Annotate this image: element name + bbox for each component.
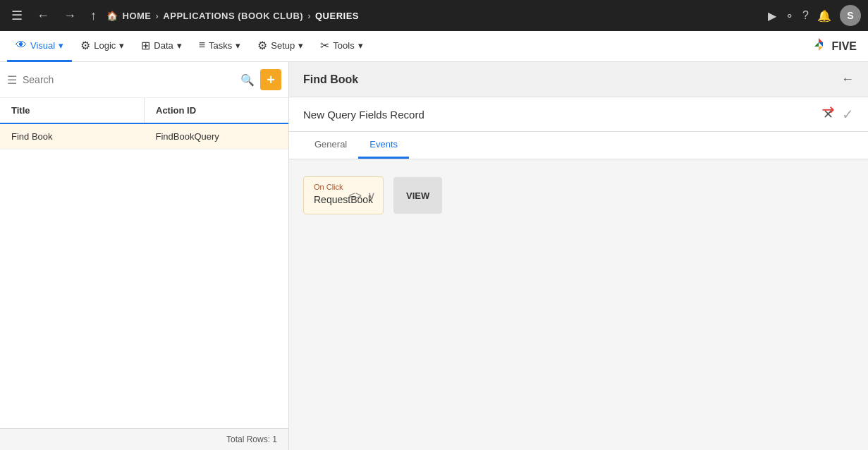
menu-visual-label: Visual: [30, 40, 55, 51]
content-back-button[interactable]: ←: [841, 72, 854, 87]
home-icon[interactable]: 🏠: [106, 11, 118, 21]
menu-item-logic[interactable]: ⚙ Logic ▾: [72, 31, 133, 62]
breadcrumb-sep1: ›: [156, 11, 159, 21]
tab-general[interactable]: General: [303, 132, 358, 159]
menu-data-label: Data: [154, 40, 173, 51]
data-dropdown-icon[interactable]: ▾: [177, 40, 182, 51]
breadcrumb: 🏠 HOME › APPLICATIONS (BOOK CLUB) › QUER…: [106, 11, 762, 21]
sidebar-footer: Total Rows: 1: [0, 428, 288, 450]
visual-dropdown-icon[interactable]: ▾: [59, 40, 63, 51]
tab-events[interactable]: Events: [358, 132, 409, 159]
breadcrumb-app[interactable]: APPLICATIONS (BOOK CLUB): [163, 11, 303, 21]
forward-icon[interactable]: →: [59, 6, 80, 26]
record-header: New Query Fields Record ✕ ✓ ↗: [289, 97, 868, 132]
avatar[interactable]: S: [840, 5, 861, 26]
chevron-down-icon[interactable]: ∨: [367, 189, 376, 202]
record-actions: ✕ ✓ ↗: [823, 106, 854, 123]
back-icon[interactable]: ←: [32, 6, 54, 26]
play-button[interactable]: ▶: [768, 9, 776, 23]
search-input[interactable]: [23, 74, 235, 85]
menu-icon[interactable]: ☰: [7, 5, 27, 26]
sidebar: ☰ 🔍 + Title Action ID Find Book FindBook…: [0, 62, 289, 450]
five-logo-text: FIVE: [831, 40, 857, 53]
table-row[interactable]: Find Book FindBookQuery: [0, 123, 288, 150]
onclick-row: On Click RequestBook <> ∨ VIEW: [303, 176, 854, 214]
menu-item-data[interactable]: ⊞ Data ▾: [133, 31, 190, 62]
up-icon[interactable]: ↑: [86, 6, 101, 26]
row-title: Find Book: [0, 123, 145, 150]
menu-item-setup[interactable]: ⚙ Setup ▾: [249, 31, 312, 62]
logic-dropdown-icon[interactable]: ▾: [119, 40, 124, 51]
col-action-id: Action ID: [145, 98, 289, 123]
five-logo-icon: [809, 37, 829, 56]
content-panel: Find Book ← New Query Fields Record ✕ ✓ …: [289, 62, 868, 450]
main-layout: ☰ 🔍 + Title Action ID Find Book FindBook…: [0, 62, 868, 450]
breadcrumb-queries[interactable]: QUERIES: [315, 11, 359, 21]
logic-icon: ⚙: [80, 39, 90, 52]
menu-bar: 👁 Visual ▾ ⚙ Logic ▾ ⊞ Data ▾ ≡ Tasks ▾ …: [0, 31, 868, 62]
svg-marker-3: [819, 47, 823, 51]
help-button[interactable]: ?: [802, 9, 809, 22]
data-icon: ⊞: [141, 39, 150, 52]
total-rows-label: Total Rows: 1: [226, 434, 277, 444]
field-actions: <> ∨: [348, 189, 376, 202]
tasks-dropdown-icon[interactable]: ▾: [236, 40, 240, 51]
setup-dropdown-icon[interactable]: ▾: [298, 40, 303, 51]
menu-item-visual[interactable]: 👁 Visual ▾: [7, 31, 72, 62]
record-title: New Query Fields Record: [303, 109, 424, 121]
search-button[interactable]: ⚬: [785, 9, 794, 23]
setup-icon: ⚙: [257, 39, 267, 52]
visual-icon: 👁: [16, 39, 27, 51]
close-button[interactable]: ✕: [823, 107, 833, 122]
breadcrumb-home[interactable]: HOME: [123, 11, 152, 21]
col-title: Title: [0, 98, 145, 123]
menu-item-tools[interactable]: ✂ Tools ▾: [312, 31, 371, 62]
tabs-bar: General Events: [289, 132, 868, 159]
sidebar-table: Title Action ID Find Book FindBookQuery: [0, 98, 288, 428]
content-header: Find Book ←: [289, 62, 868, 97]
filter-icon[interactable]: ☰: [7, 73, 17, 87]
tasks-icon: ≡: [199, 39, 205, 51]
menu-item-tasks[interactable]: ≡ Tasks ▾: [190, 31, 250, 62]
menu-tasks-label: Tasks: [209, 40, 232, 51]
view-button[interactable]: VIEW: [393, 177, 442, 214]
five-logo: FIVE: [809, 37, 857, 56]
menu-logic-label: Logic: [94, 40, 116, 51]
save-button[interactable]: ✓: [842, 106, 854, 123]
tools-dropdown-icon[interactable]: ▾: [358, 40, 363, 51]
breadcrumb-sep2: ›: [307, 11, 311, 21]
search-icon[interactable]: 🔍: [240, 73, 255, 87]
menu-setup-label: Setup: [271, 40, 295, 51]
content-title: Find Book: [303, 73, 358, 86]
onclick-field-group: On Click RequestBook <> ∨: [303, 176, 384, 214]
top-nav-right: ▶ ⚬ ? 🔔 S: [768, 5, 861, 26]
menu-tools-label: Tools: [333, 40, 354, 51]
svg-marker-1: [819, 42, 823, 47]
add-button[interactable]: +: [260, 69, 281, 90]
row-action-id: FindBookQuery: [145, 123, 289, 150]
tools-icon: ✂: [320, 39, 329, 52]
sidebar-search-bar: ☰ 🔍 +: [0, 62, 288, 98]
form-content: On Click RequestBook <> ∨ VIEW: [289, 159, 868, 450]
svg-marker-0: [819, 38, 823, 42]
svg-marker-2: [814, 42, 819, 47]
code-icon[interactable]: <>: [348, 189, 362, 202]
top-nav-bar: ☰ ← → ↑ 🏠 HOME › APPLICATIONS (BOOK CLUB…: [0, 0, 868, 31]
bell-icon[interactable]: 🔔: [817, 9, 831, 23]
